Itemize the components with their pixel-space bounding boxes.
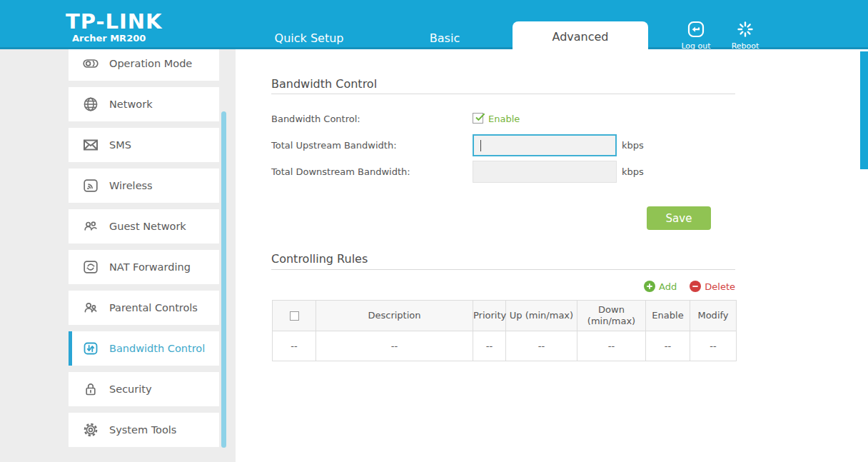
downstream-bandwidth-input[interactable] — [473, 161, 617, 183]
sidebar-item-network[interactable]: Network — [69, 87, 219, 121]
delete-label: Delete — [705, 281, 735, 292]
sidebar-scrollbar[interactable] — [221, 111, 226, 448]
text-caret — [480, 140, 481, 151]
col-priority: Priority — [473, 301, 506, 331]
row-priority-cell: -- — [473, 331, 506, 361]
logout-label: Log out — [676, 41, 716, 51]
sidebar-item-label: Guest Network — [109, 221, 186, 232]
upstream-bandwidth-label: Total Upstream Bandwidth: — [271, 140, 397, 151]
model-name: Archer MR200 — [66, 33, 163, 44]
parental-controls-icon — [82, 299, 99, 316]
reboot-label: Reboot — [725, 41, 765, 51]
controlling-rules-table: Description Priority Up (min/max) Down (… — [272, 300, 737, 361]
sidebar-item-guest-network[interactable]: Guest Network — [69, 209, 219, 243]
reboot-button[interactable]: Reboot — [725, 21, 765, 51]
tab-quick-setup[interactable]: Quick Setup — [259, 31, 359, 45]
logout-icon — [687, 27, 705, 41]
sidebar-item-parental-controls[interactable]: Parental Controls — [69, 291, 219, 325]
brand-name: TP-LINK — [66, 11, 163, 32]
sidebar-item-label: Operation Mode — [109, 58, 192, 69]
reboot-icon — [737, 27, 754, 41]
section-title-controlling-rules: Controlling Rules — [271, 252, 368, 266]
enable-label: Enable — [488, 114, 520, 124]
row-description-cell: -- — [316, 331, 473, 361]
logout-button[interactable]: Log out — [676, 21, 716, 51]
sidebar-item-nat-forwarding[interactable]: NAT Forwarding — [69, 250, 219, 284]
sidebar-item-sms[interactable]: SMS — [69, 128, 219, 162]
tab-advanced[interactable]: Advanced — [513, 21, 648, 49]
section-title-bandwidth-control: Bandwidth Control — [271, 77, 377, 91]
wireless-icon — [82, 177, 99, 194]
add-icon — [644, 281, 655, 292]
sidebar-item-system-tools[interactable]: System Tools — [69, 413, 219, 447]
router-admin-page: Operation Mode Network SMS — [0, 0, 868, 462]
col-down-min-max: Down (min/max) — [577, 301, 646, 331]
sms-icon — [82, 136, 99, 154]
page-scrollbar[interactable] — [860, 51, 868, 169]
save-button[interactable]: Save — [647, 206, 711, 230]
tplink-logo: TP-LINK Archer MR200 — [66, 11, 163, 44]
add-rule-button[interactable]: Add — [644, 281, 677, 292]
rules-toolbar: Add Delete — [271, 281, 735, 294]
sidebar-item-label: Wireless — [109, 180, 153, 191]
upstream-unit-label: kbps — [622, 140, 644, 151]
table-row: -- -- -- -- -- -- -- — [273, 331, 737, 361]
select-all-checkbox[interactable] — [290, 311, 299, 321]
row-enable-cell: -- — [646, 331, 690, 361]
top-header: TP-LINK Archer MR200 Quick Setup Basic A… — [0, 0, 868, 49]
security-icon — [82, 381, 99, 398]
col-modify: Modify — [690, 301, 737, 331]
bandwidth-control-icon — [82, 340, 99, 357]
col-enable: Enable — [646, 301, 690, 331]
row-down-cell: -- — [577, 331, 646, 361]
network-icon — [82, 96, 99, 113]
delete-icon — [690, 281, 701, 292]
section-divider — [271, 94, 735, 94]
sidebar-item-label: SMS — [109, 139, 131, 151]
row-up-cell: -- — [506, 331, 577, 361]
downstream-unit-label: kbps — [622, 166, 644, 177]
sidebar-item-wireless[interactable]: Wireless — [69, 169, 219, 203]
operation-mode-icon — [82, 55, 99, 72]
section-divider — [271, 269, 735, 270]
sidebar-item-label: Bandwidth Control — [109, 343, 205, 354]
row-select-cell: -- — [273, 331, 316, 361]
enable-checkbox[interactable] — [473, 113, 483, 124]
col-description: Description — [316, 301, 473, 331]
sidebar-item-label: Parental Controls — [109, 302, 198, 313]
sidebar-item-operation-mode[interactable]: Operation Mode — [69, 46, 219, 81]
checkmark-icon — [474, 111, 486, 124]
tab-basic[interactable]: Basic — [416, 31, 473, 45]
sidebar-item-bandwidth-control[interactable]: Bandwidth Control — [69, 331, 219, 366]
sidebar-item-label: Network — [109, 99, 153, 110]
sidebar-item-label: Security — [109, 383, 152, 395]
table-header-row: Description Priority Up (min/max) Down (… — [273, 301, 737, 331]
guest-network-icon — [82, 218, 99, 235]
sidebar-item-security[interactable]: Security — [69, 372, 219, 406]
upstream-bandwidth-input[interactable] — [473, 134, 617, 156]
nat-forwarding-icon — [82, 258, 99, 276]
system-tools-icon — [82, 421, 99, 438]
downstream-bandwidth-label: Total Downstream Bandwidth: — [271, 166, 410, 177]
delete-rule-button[interactable]: Delete — [690, 281, 735, 292]
sidebar-item-label: NAT Forwarding — [109, 261, 191, 273]
add-label: Add — [659, 281, 677, 292]
sidebar-item-label: System Tools — [109, 424, 176, 436]
row-modify-cell: -- — [690, 331, 737, 361]
col-up-min-max: Up (min/max) — [506, 301, 577, 331]
bandwidth-control-label: Bandwidth Control: — [271, 114, 360, 124]
select-all-cell — [273, 301, 316, 331]
